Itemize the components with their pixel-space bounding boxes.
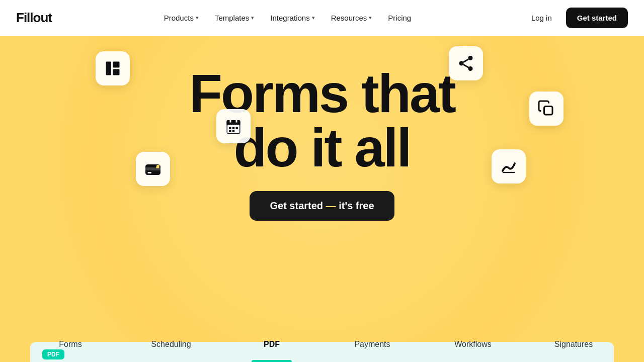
svg-rect-14: [229, 127, 231, 130]
svg-rect-10: [227, 120, 240, 126]
hero-cta-button[interactable]: Get started — it's free: [250, 191, 394, 221]
svg-rect-18: [232, 130, 235, 133]
svg-point-4: [459, 61, 464, 66]
chevron-down-icon: ▾: [251, 15, 254, 21]
svg-rect-8: [544, 107, 553, 115]
svg-rect-1: [113, 62, 120, 68]
svg-rect-21: [148, 172, 152, 173]
svg-rect-2: [113, 69, 120, 75]
nav-pricing[interactable]: Pricing: [382, 10, 417, 26]
nav-actions: Log in Get started: [523, 8, 628, 28]
svg-line-7: [463, 59, 468, 62]
logo[interactable]: Fillout: [16, 10, 52, 26]
cta-prefix: Get started: [270, 200, 323, 211]
tab-pdf[interactable]: PDF: [221, 327, 322, 362]
chevron-down-icon: ▾: [312, 15, 315, 21]
nav-integrations[interactable]: Integrations ▾: [264, 10, 320, 26]
signature-icon: [492, 149, 526, 184]
forms-icon: [96, 51, 130, 85]
nav-links: Products ▾ Templates ▾ Integrations ▾ Re…: [158, 10, 418, 26]
svg-rect-0: [106, 62, 112, 75]
feature-tabs: Forms Scheduling PDF Payments Workflows …: [0, 327, 644, 362]
nav-products[interactable]: Products ▾: [158, 10, 205, 26]
tab-forms[interactable]: Forms: [20, 327, 121, 362]
tab-scheduling[interactable]: Scheduling: [121, 327, 221, 362]
svg-point-3: [468, 56, 473, 60]
svg-rect-17: [229, 130, 231, 133]
nav-resources[interactable]: Resources ▾: [325, 10, 378, 26]
login-button[interactable]: Log in: [523, 10, 560, 26]
chevron-down-icon: ▾: [196, 15, 199, 21]
hero-section: Forms that do it all Get started — it's …: [0, 36, 644, 362]
share-icon: [449, 46, 483, 80]
tab-active-indicator: [252, 360, 292, 362]
svg-rect-15: [232, 127, 235, 130]
get-started-button[interactable]: Get started: [566, 8, 628, 28]
calendar-icon: [216, 109, 251, 143]
tab-workflows[interactable]: Workflows: [423, 327, 523, 362]
tab-payments[interactable]: Payments: [322, 327, 423, 362]
svg-line-6: [463, 64, 468, 67]
copy-icon: [529, 92, 564, 126]
navbar: Fillout Products ▾ Templates ▾ Integrati…: [0, 0, 644, 36]
svg-rect-16: [236, 127, 238, 130]
cta-dash: —: [323, 200, 339, 211]
nav-templates[interactable]: Templates ▾: [209, 10, 260, 26]
payment-icon: [136, 152, 170, 186]
chevron-down-icon: ▾: [369, 15, 372, 21]
cta-suffix: it's free: [339, 200, 374, 211]
svg-point-5: [468, 66, 473, 71]
tab-signatures[interactable]: Signatures: [523, 327, 624, 362]
